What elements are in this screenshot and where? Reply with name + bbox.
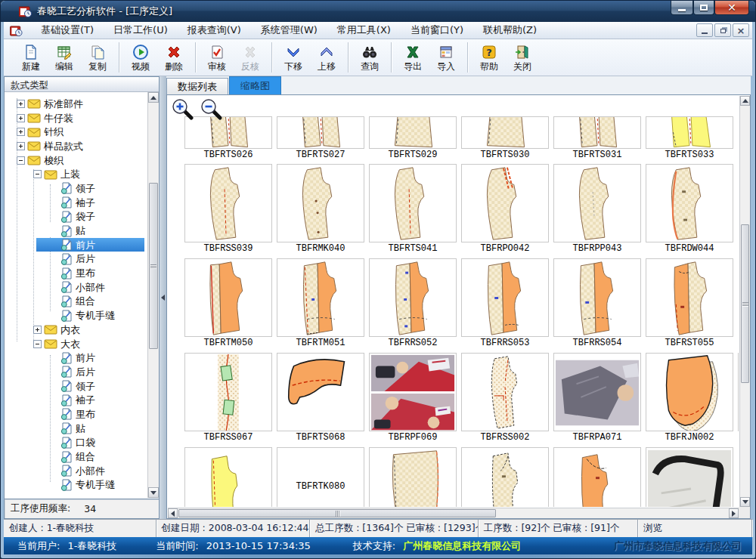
mdi-child-icon[interactable] — [10, 25, 23, 36]
menu-item-基础设置[interactable]: 基础设置(T) — [31, 22, 104, 39]
thumbnail-cell-TBFRTS033[interactable]: TBFRTS033 — [646, 116, 733, 162]
tree-item-贴[interactable]: 贴 — [5, 224, 147, 238]
thumbnail-cell-TBFRTM050[interactable]: TBFRTM050 — [184, 258, 272, 350]
thumbnail-cell-TBFRRS054[interactable]: TBFRRS054 — [553, 258, 641, 350]
zoom-out-icon[interactable] — [200, 98, 223, 124]
photo-grey-fabric[interactable] — [553, 353, 641, 431]
thumbnail-cell[interactable] — [646, 447, 733, 507]
toolbar-button-新建[interactable]: 新建 — [14, 41, 48, 75]
thumbnail-cell-TBFRTS031[interactable]: TBFRTS031 — [553, 116, 641, 162]
grid-horizontal-scrollbar[interactable] — [168, 508, 739, 518]
zoom-in-icon[interactable] — [172, 98, 194, 124]
photo-bw-binding[interactable] — [646, 447, 733, 507]
mdi-close-button[interactable]: × — [733, 23, 749, 37]
tab-数据列表[interactable]: 数据列表 — [166, 78, 228, 94]
thumbnail-cell-TBFRPO042[interactable]: TBFRPO042 — [461, 164, 549, 255]
tree-item-口袋[interactable]: 口袋 — [5, 436, 147, 450]
bodice-top-yellow[interactable] — [184, 447, 272, 507]
photo-navy-sliver[interactable] — [738, 353, 739, 431]
collapse-sidebar-icon[interactable] — [161, 295, 165, 301]
thumbnail-cell-TBFRST055[interactable]: TBFRST055 — [646, 258, 733, 350]
tree-item-袋子[interactable]: 袋子 — [5, 210, 147, 224]
duo-cream-left-orange-right-hem[interactable] — [369, 258, 457, 337]
thumbnail-cell-TBFRRS053[interactable]: TBFRRS053 — [461, 258, 549, 350]
toolbar-button-删除[interactable]: 删除 — [157, 41, 191, 75]
tree-item-袖子[interactable]: 袖子 — [5, 393, 147, 407]
thumbnail-cell[interactable] — [461, 447, 549, 507]
tree-expand-box[interactable] — [17, 142, 25, 150]
tree-item-后片[interactable]: 后片 — [5, 365, 147, 379]
thumbnail-cell-TBFRTM051[interactable]: TBFRTM051 — [277, 258, 364, 350]
tree-item-领子[interactable]: 领子 — [5, 379, 147, 394]
bodice-plain[interactable] — [553, 164, 641, 242]
thumbnail-cell-TBFRRS052[interactable]: TBFRRS052 — [369, 258, 457, 350]
thumbnail-cell-TBFRSS067[interactable]: TBFRSS067 — [184, 353, 272, 444]
skirt-panel-cream[interactable] — [369, 447, 457, 507]
bodice-dotted-outline[interactable] — [461, 353, 549, 431]
thumbnail-cell-TBFRTS030[interactable]: TBFRTS030 — [461, 116, 549, 162]
orange-curl-frill[interactable] — [646, 353, 733, 431]
thumbnail-cell[interactable] — [369, 447, 457, 507]
tree-item-小部件[interactable]: 小部件 — [5, 464, 147, 478]
toolbar-button-上移[interactable]: 上移 — [310, 41, 343, 75]
tree-collapse-box[interactable] — [33, 170, 42, 178]
tree-item-标准部件[interactable]: 标准部件 — [5, 97, 147, 111]
toolbar-button-关闭[interactable]: 关闭 — [506, 41, 539, 75]
strip-green-tabs[interactable] — [184, 353, 272, 431]
toolbar-button-下移[interactable]: 下移 — [277, 41, 310, 75]
menu-item-当前窗口[interactable]: 当前窗口(Y) — [401, 22, 473, 39]
thumbnail-cell-TBFRTS068[interactable]: TBFRTS068 — [277, 353, 364, 444]
tree-item-大衣[interactable]: 大衣 — [5, 337, 147, 351]
panel-single-cream[interactable] — [461, 116, 549, 149]
thumbnail-cell-TBFRPP043[interactable]: TBFRPP043 — [553, 164, 641, 255]
thumbnail-cell[interactable] — [184, 447, 272, 507]
orange-yoke[interactable] — [277, 353, 364, 431]
menu-item-常用工具[interactable]: 常用工具(X) — [327, 22, 401, 39]
mdi-minimize-button[interactable] — [696, 23, 713, 37]
sidebar-scrollbar[interactable] — [147, 92, 159, 498]
toolbar-button-复制[interactable]: 复制 — [81, 41, 114, 75]
thumbnail-cell-TBFRTS027[interactable]: TBFRTS027 — [277, 116, 364, 162]
tree-collapse-box[interactable] — [17, 156, 25, 165]
thumbnail-cell-TBFRTS029[interactable]: TBFRTS029 — [369, 116, 457, 162]
tree-item-袖子[interactable]: 袖子 — [5, 196, 147, 210]
tree-item-后片[interactable]: 后片 — [5, 252, 147, 267]
panel-splitter[interactable] — [160, 76, 166, 519]
duo-orange-body-cream-strip[interactable] — [184, 258, 272, 337]
tree-item-组合[interactable]: 组合 — [5, 295, 147, 309]
tree-item-领子[interactable]: 领子 — [5, 181, 147, 196]
tree-item-前片[interactable]: 前片 — [5, 238, 147, 252]
tree-item-样品款式[interactable]: 样品款式 — [5, 139, 147, 153]
tree-item-里布[interactable]: 里布 — [5, 266, 147, 280]
thumbnail-cell-TBFRJN002[interactable]: TBFRJN002 — [646, 353, 733, 444]
bodice-top-checker[interactable] — [461, 447, 549, 507]
duo-checker-left-orange-right-hem[interactable] — [553, 258, 641, 337]
tree-expand-box[interactable] — [17, 114, 25, 122]
tree-item-贴[interactable]: 贴 — [5, 422, 147, 436]
maximize-button[interactable] — [693, 1, 714, 15]
thumbnail-missing-image[interactable]: TBFRTK080 — [277, 447, 364, 507]
duo-checker-left-orange-right[interactable] — [461, 258, 549, 337]
thumbnail-cell-TBFRTK080[interactable]: TBFRTK080 — [277, 447, 364, 507]
tree-item-牛仔装[interactable]: 牛仔装 — [5, 111, 147, 125]
toolbar-button-审核[interactable]: 审核 — [200, 41, 234, 75]
bodice-red-dart[interactable] — [461, 164, 549, 242]
panel-single-cream[interactable] — [369, 116, 457, 149]
tree-expand-box[interactable] — [17, 128, 25, 136]
tree-expand-box[interactable] — [33, 326, 42, 334]
tree-item-针织[interactable]: 针织 — [5, 125, 147, 139]
grid-vertical-scrollbar[interactable] — [739, 96, 750, 507]
menu-item-报表查询[interactable]: 报表查询(V) — [178, 22, 251, 39]
thumbnail-cell[interactable] — [738, 353, 739, 444]
bodice-red-edge[interactable] — [646, 164, 733, 242]
thumbnail-cell[interactable] — [553, 447, 641, 507]
menu-item-日常工作[interactable]: 日常工作(U) — [104, 22, 178, 39]
tab-缩略图[interactable]: 缩略图 — [229, 76, 281, 94]
toolbar-button-帮助[interactable]: ?帮助 — [472, 41, 506, 75]
thumbnail-cell-TBFRPA071[interactable]: TBFRPA071 — [553, 353, 641, 444]
tree-expand-box[interactable] — [17, 100, 25, 108]
thumbnail-cell-TBFRTS041[interactable]: TBFRTS041 — [369, 164, 457, 255]
menu-item-系统管理[interactable]: 系统管理(W) — [251, 22, 327, 39]
toolbar-button-导出[interactable]: 导出 — [396, 41, 429, 75]
bodice-center-dash[interactable] — [369, 164, 457, 242]
